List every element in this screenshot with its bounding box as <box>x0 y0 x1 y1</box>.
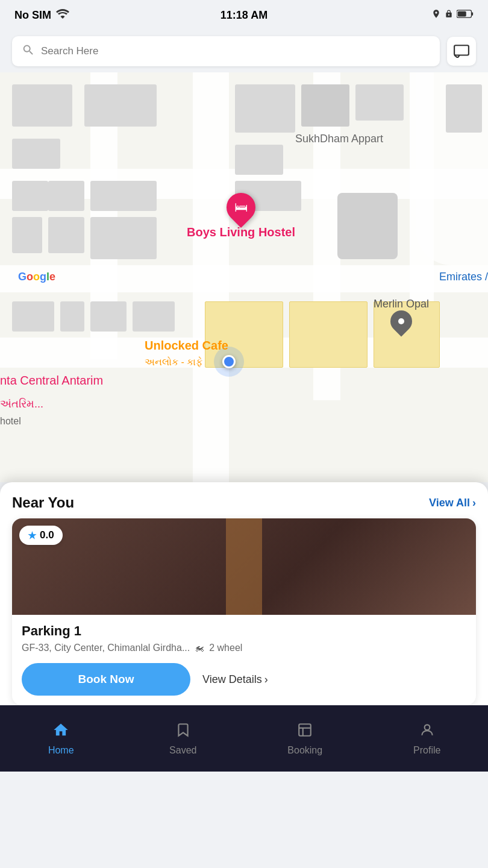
search-icon <box>22 43 35 59</box>
bottom-sheet: Near You View All › ★ 0.0 Parking 1 GF-3… <box>0 482 488 705</box>
parking-address: GF-33, City Center, Chimanlal Girdha... … <box>22 643 466 653</box>
parking-card-info: Parking 1 GF-33, City Center, Chimanlal … <box>12 615 476 705</box>
google-watermark: Google <box>18 271 55 283</box>
booking-icon <box>297 722 313 743</box>
chat-button[interactable] <box>447 37 476 66</box>
hostel-pin[interactable]: 🛏 Boys Living Hostel <box>187 193 295 239</box>
nav-saved[interactable]: Saved <box>122 722 245 756</box>
map-container[interactable]: SukhDham Appart nta Central Antarim અંતર… <box>0 72 488 482</box>
sukhdham-label: SukhDham Appart <box>295 133 383 145</box>
home-icon <box>52 722 70 743</box>
svg-point-7 <box>424 725 430 730</box>
map-background: SukhDham Appart nta Central Antarim અંતર… <box>0 72 488 482</box>
parking-card-image: ★ 0.0 <box>12 518 476 615</box>
svg-rect-3 <box>454 45 469 55</box>
motorcycle-icon: 🏍 <box>195 643 204 653</box>
book-now-button[interactable]: Book Now <box>22 663 190 696</box>
lock-icon <box>445 9 453 21</box>
hotel-label: hotel <box>0 416 21 427</box>
parking-name: Parking 1 <box>22 623 466 639</box>
merlin-pin[interactable]: Merlin Opal <box>374 295 429 332</box>
view-all-button[interactable]: View All › <box>429 497 476 509</box>
status-right <box>431 9 474 21</box>
star-icon: ★ <box>28 530 36 541</box>
nav-home-label: Home <box>48 745 74 756</box>
near-you-title: Near You <box>12 494 74 511</box>
svg-rect-2 <box>458 11 466 17</box>
search-container[interactable] <box>12 36 440 66</box>
nav-profile-label: Profile <box>413 745 440 756</box>
bookmark-icon <box>175 722 191 743</box>
nav-booking-label: Booking <box>287 745 322 756</box>
unlocked-cafe-label: Unlocked Cafe <box>145 339 228 353</box>
carrier-text: No SIM <box>14 9 51 22</box>
parking-actions: Book Now View Details › <box>22 663 466 696</box>
location-icon <box>431 9 441 21</box>
merlin-label: Merlin Opal <box>374 298 429 310</box>
bottom-nav: Home Saved Booking Profile <box>0 705 488 772</box>
status-time: 11:18 AM <box>221 9 267 22</box>
chevron-right-icon-details: › <box>264 673 268 686</box>
battery-icon <box>457 9 474 21</box>
profile-icon <box>419 722 435 743</box>
nav-profile[interactable]: Profile <box>366 722 489 756</box>
chevron-right-icon: › <box>472 497 476 509</box>
nav-saved-label: Saved <box>169 745 196 756</box>
status-left: No SIM <box>14 9 69 22</box>
hostel-pin-icon: 🛏 <box>234 200 248 215</box>
status-bar: No SIM 11:18 AM <box>0 0 488 30</box>
wifi-icon <box>56 9 69 22</box>
search-bar <box>0 30 488 72</box>
antarim-label: nta Central Antarim <box>0 374 103 388</box>
near-you-header: Near You View All › <box>0 482 488 518</box>
emirates-label: Emirates / <box>439 271 488 283</box>
svg-rect-4 <box>299 724 311 736</box>
search-input[interactable] <box>41 45 430 57</box>
nav-booking[interactable]: Booking <box>244 722 366 756</box>
rating-value: 0.0 <box>40 529 54 541</box>
unlocked-cafe-gujarati: અનલોક - કાફે <box>145 357 202 368</box>
view-details-button[interactable]: View Details › <box>202 673 268 686</box>
rating-badge: ★ 0.0 <box>19 526 63 545</box>
parking-card: ★ 0.0 Parking 1 GF-33, City Center, Chim… <box>12 518 476 705</box>
nav-home[interactable]: Home <box>0 722 122 756</box>
code-label: અંતરિમ... <box>0 398 43 410</box>
svg-rect-1 <box>472 12 474 15</box>
